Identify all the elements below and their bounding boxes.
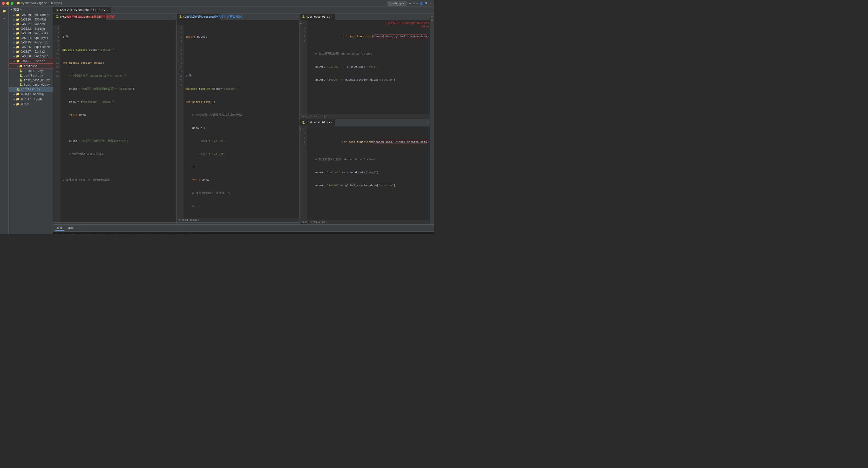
tree-item-case23[interactable]: ▶ 📁 CASE23: Requests — [9, 31, 53, 36]
t2-line1: def test_function2(shared_data, global_s… — [309, 136, 428, 149]
play-icon[interactable]: ▶ — [409, 2, 411, 5]
more-icon[interactable]: ⋯ — [416, 2, 418, 5]
tree-item-tools[interactable]: ▶ 📁 第51课: 工具类 — [9, 97, 53, 102]
line-13: # 这里可以执行一些清理工作 — [186, 191, 298, 196]
right-panel-top: 🐍 test_case_01.py ✕ ⋯ 不需要导入任何conftest就可以… — [300, 13, 430, 119]
code-line-9: data = {"session": "10086"} — [62, 100, 174, 104]
line-7: # 假设这是一些需要跨模块共享的数据 — [186, 113, 298, 117]
line-numbers-3b: ▶1 2 3 4 5 — [300, 126, 307, 220]
tab-conftest-root[interactable]: 🐍 CASE29: Pytest/conftest.py ✕ — [53, 7, 111, 13]
tree-item-conftest-root[interactable]: 🐍 conftest.py — [9, 87, 53, 92]
tree-item-conftest-inner[interactable]: 🐍 conftest.py — [9, 74, 53, 78]
tree-item-case19[interactable]: ▶ 📁 CASE19: XmlToDict — [9, 13, 53, 18]
tree-item-case27[interactable]: ▶ 📁 CASE27: Jinja2 — [9, 50, 53, 54]
tab-close[interactable]: ✕ — [331, 121, 332, 124]
scrollbar-h-2[interactable] — [177, 223, 300, 224]
line-10: "Key2": "value2" — [186, 152, 298, 156]
code-content-3t[interactable]: ▶1 2 3 4 5 def test_function1(shared_dat… — [300, 20, 430, 115]
tree-item-test01[interactable]: 🐍 test_case_01.py — [9, 78, 53, 83]
editor-tabs-3: 🐍 test_case_01.py ✕ ⋯ — [300, 13, 430, 20]
t2-line5 — [309, 196, 428, 201]
tree-item-test02[interactable]: 🐍 test_case_02.py — [9, 83, 53, 87]
code-lines-2: 1 2 3 4 5 6 7 8 9 10 11 — [177, 25, 300, 218]
tabs-bar: 🐍 CASE29: Pytest/conftest.py ✕ ⋯ — [53, 7, 434, 13]
minimize-button[interactable] — [6, 2, 9, 5]
gutter-icon-1[interactable]: ◈ — [430, 14, 434, 18]
t1-line1: def test_function1(shared_data, global_s… — [309, 30, 428, 43]
py-dot: 🐍 — [56, 9, 59, 11]
editor-tab-more-2[interactable]: ⋯ — [294, 13, 299, 20]
code-content-1[interactable]: 4 5 6 7 8 9 10 11 12 13 14 — [53, 25, 176, 223]
line-numbers-3t: ▶1 2 3 4 5 — [300, 20, 307, 115]
terminal-tab-terminal[interactable]: 终端 — [55, 226, 64, 231]
tree-header[interactable]: ▾ 项目 ▾ — [9, 7, 53, 13]
line-numbers-2: 1 2 3 4 5 6 7 8 9 10 11 — [177, 25, 184, 218]
maximize-button[interactable] — [10, 2, 13, 5]
tree-item-case28[interactable]: ▶ 📁 CASE28: Unittest — [9, 54, 53, 59]
tab-close-icon[interactable]: ✕ — [106, 9, 108, 11]
code-line-15: # 其他全局 fixture 可以继续添加 — [62, 178, 174, 182]
editor-pane-2: 🐍 testcase/conftest.py ✕ ⋯ 子目录下的conftest… — [177, 13, 300, 224]
editor-pane-1: 🐍 CASE29: Pytest/conftest.py ✕ ⋯ 根目录下的co… — [53, 13, 177, 224]
editor-tab-more-3t[interactable]: ⋯ — [425, 13, 430, 20]
terminal-content[interactable]: (python385) yangkai@yangkaideMacBook-Pro… — [53, 232, 434, 234]
branch-selector[interactable]: somthing ▾ — [387, 1, 406, 5]
editor-tab-test02[interactable]: 🐍 test_case_02.py ✕ — [300, 119, 335, 126]
tree-item-case29[interactable]: ▾ 📁 CASE29: Pytest — [9, 59, 53, 64]
chevron-down-icon: ▾ — [403, 2, 404, 5]
t2-line4: assert "10086" == global_session_data["s… — [309, 183, 428, 188]
code-line-4: 4 法 — [62, 35, 174, 39]
tree-item-case20[interactable]: ▶ 📁 CASE20: JSONPath — [9, 18, 53, 22]
fn-name-bar-3t: test_function1() — [300, 115, 430, 119]
editor-tabs-2: 🐍 testcase/conftest.py ✕ ⋯ — [177, 13, 300, 20]
sidebar-icon-more[interactable]: ⋯ — [1, 15, 8, 22]
tree-item-case24[interactable]: ▶ 📁 CASE24: Openpyxl — [9, 36, 53, 40]
scrollbar-h-1[interactable] — [53, 223, 176, 224]
code-lines-1: 4 5 6 7 8 9 10 11 12 13 14 — [53, 25, 176, 223]
line-6: def shared_data(): — [186, 100, 298, 104]
code-body-3t: def test_function1(shared_data, global_s… — [307, 20, 430, 115]
tree-item-web[interactable]: ▶ 📁 第50课: Web框架 — [9, 92, 53, 97]
user-icon[interactable]: 👤 — [420, 2, 423, 5]
terminal-tab-local[interactable]: 本地 — [66, 226, 75, 230]
line-1: import pytest — [186, 35, 298, 39]
code-line-5: @pytest.fixture(scope="session") — [62, 48, 174, 52]
tree-item-init[interactable]: 🐍 __init__.py — [9, 69, 53, 74]
code-content-3b[interactable]: ▶1 2 3 4 5 def test_function2(shared_dat… — [300, 126, 430, 220]
gutter-icon-2[interactable]: ⊞ — [430, 19, 434, 22]
search-icon[interactable]: 🔍 — [425, 2, 429, 5]
code-line-7: """全局共享的 session 级别fixture""" — [62, 74, 174, 78]
line-3 — [186, 61, 298, 65]
tab-more[interactable]: ⋯ — [111, 7, 116, 13]
tree-item-case25[interactable]: ▶ 📁 CASE25: Pydantic — [9, 40, 53, 45]
editor-tab-more-3b[interactable]: ⋯ — [425, 119, 430, 126]
line-2 — [186, 48, 298, 52]
app-window: 📁 PythonWorkspace › 版本控制 somthing ▾ ▶ ⚙ … — [0, 0, 434, 234]
editor-tab-conftest-root[interactable]: 🐍 CASE29: Pytest/conftest.py ✕ — [53, 13, 106, 20]
tree-item-case21[interactable]: ▶ 📁 CASE21: Random — [9, 22, 53, 27]
titlebar: 📁 PythonWorkspace › 版本控制 somthing ▾ ▶ ⚙ … — [0, 0, 434, 7]
line-14: # ... — [186, 204, 298, 208]
line-11: } — [186, 165, 298, 169]
close-button[interactable] — [2, 2, 5, 5]
code-line-11 — [62, 126, 174, 130]
code-line-12: print("\n后置: 清理环境、删除session") — [62, 139, 174, 143]
sidebar-icon-folder[interactable]: 📁 — [1, 8, 8, 14]
terminal-area: 终端 本地 | (python385) yangkai@yangkaideMac… — [53, 224, 434, 234]
editor-tab-more-1[interactable]: ⋯ — [172, 13, 176, 20]
line-4: 4 法 — [186, 74, 298, 78]
tree-item-case22[interactable]: ▶ 📁 CASE22: String — [9, 27, 53, 31]
tree-item-external[interactable]: ▶ 📁 外部库 — [9, 102, 53, 107]
settings-icon[interactable]: ⚙ — [413, 2, 414, 5]
editor-tab-conftest-sub[interactable]: 🐍 testcase/conftest.py ✕ — [177, 13, 220, 20]
line-numbers-1: 4 5 6 7 8 9 10 11 12 13 14 — [53, 25, 61, 223]
gear-icon[interactable]: ⚙ — [430, 2, 432, 5]
right-panel-bottom: 🐍 test_case_02.py ✕ ⋯ ▶1 2 — [300, 119, 430, 225]
editor-tab-test01[interactable]: 🐍 test_case_01.py ✕ — [300, 13, 335, 20]
tab-close[interactable]: ✕ — [216, 16, 217, 18]
tree-item-testcase[interactable]: ▾ 📁 testcase — [9, 64, 53, 69]
tab-close[interactable]: ✕ — [331, 16, 332, 18]
code-content-2[interactable]: 1 2 3 4 5 6 7 8 9 10 11 — [177, 25, 300, 218]
tree-item-case26[interactable]: ▶ 📁 CASE26: SQLAlchem — [9, 45, 53, 50]
tab-close[interactable]: ✕ — [102, 16, 104, 18]
